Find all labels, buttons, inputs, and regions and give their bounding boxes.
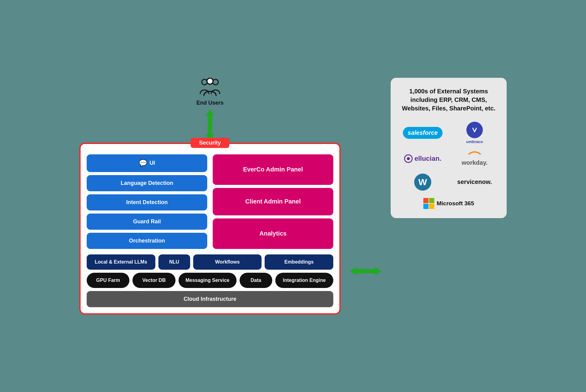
microsoft365-label: Microsoft 365: [437, 200, 474, 207]
left-section: End Users Security 💬 UI Language Detec: [79, 78, 341, 315]
embeddings-button: Embeddings: [265, 254, 333, 270]
ui-button: 💬 UI: [87, 154, 207, 172]
client-admin-button: Client Admin Panel: [213, 188, 333, 215]
umbraco-label: umbraco: [466, 139, 483, 144]
arrow-head-right: [375, 267, 382, 275]
left-column: 💬 UI Language Detection Intent Detection…: [87, 154, 207, 249]
gpu-farm-button: GPU Farm: [87, 273, 129, 288]
bidirectional-arrow: [206, 109, 214, 141]
umbraco-circle: [466, 122, 483, 138]
wordpress-circle: W: [414, 174, 431, 191]
horizontal-bidirectional-arrow: [350, 267, 382, 275]
messaging-service-button: Messaging Service: [179, 273, 237, 288]
arrow-shaft-horizontal: [356, 269, 375, 273]
everco-admin-button: EverCo Admin Panel: [213, 154, 333, 185]
data-button: Data: [240, 273, 272, 288]
nlu-button: NLU: [158, 254, 190, 270]
ms-sq-blue: [423, 204, 429, 209]
svg-point-0: [202, 79, 207, 85]
cloud-infrastructure-button: Cloud Infrastructure: [87, 291, 333, 307]
ellucian-badge: ellucian.: [404, 154, 441, 163]
ms-sq-red: [423, 198, 429, 203]
vector-db-button: Vector DB: [132, 273, 175, 288]
workday-label: workday.: [461, 159, 487, 166]
arrow-up-head: [206, 109, 214, 116]
microsoft365-logo: Microsoft 365: [423, 198, 474, 209]
umbraco-logo: umbraco: [466, 122, 483, 144]
salesforce-badge: salesforce: [403, 127, 443, 139]
external-systems-panel: 1,000s of External Systems including ERP…: [391, 78, 507, 218]
ellucian-logo: ellucian.: [404, 154, 441, 163]
end-users-label: End Users: [196, 100, 223, 106]
arrow-shaft: [208, 116, 212, 134]
workday-logo: workday.: [461, 151, 487, 166]
ellucian-circle-icon: [404, 154, 413, 163]
llms-button: Local & External LLMs: [87, 254, 155, 270]
svg-point-2: [207, 78, 213, 84]
workflows-button: Workflows: [193, 254, 262, 270]
orchestration-button: Orchestration: [87, 233, 207, 249]
end-users-block: End Users: [196, 78, 223, 106]
chat-icon: 💬: [139, 159, 147, 167]
wordpress-logo: W: [414, 174, 431, 191]
main-container: End Users Security 💬 UI Language Detec: [79, 78, 507, 315]
intent-detection-button: Intent Detection: [87, 194, 207, 210]
top-panels: 💬 UI Language Detection Intent Detection…: [87, 154, 333, 249]
servicenow-label: servicenow.: [457, 178, 492, 185]
integration-engine-button: Integration Engine: [275, 273, 333, 288]
microsoft-squares-icon: [423, 198, 434, 209]
right-column: EverCo Admin Panel Client Admin Panel An…: [213, 154, 333, 249]
arrow-head-left: [350, 267, 356, 275]
security-badge: Security: [190, 138, 229, 148]
external-systems-title: 1,000s of External Systems including ERP…: [399, 87, 498, 113]
bottom-rows-wrapper: GPU Farm Vector DB Messaging Service Dat…: [87, 273, 333, 307]
svg-point-3: [470, 126, 479, 134]
salesforce-logo: salesforce: [403, 127, 443, 139]
guard-rail-button: Guard Rail: [87, 214, 207, 230]
ms-sq-yellow: [429, 204, 434, 209]
logos-grid: salesforce umbraco ellucian.: [399, 122, 498, 209]
language-detection-button: Language Detection: [87, 175, 207, 191]
middle-row: Local & External LLMs NLU Workflows Embe…: [87, 254, 333, 270]
end-users-icon: [199, 78, 221, 99]
bottom-row: GPU Farm Vector DB Messaging Service Dat…: [87, 273, 333, 288]
ms-sq-green: [429, 198, 434, 203]
architecture-box: Security 💬 UI Language Detection Intent …: [79, 143, 341, 315]
analytics-button: Analytics: [213, 218, 333, 249]
horizontal-arrow-container: [350, 267, 382, 275]
svg-point-1: [213, 79, 218, 85]
servicenow-logo: servicenow.: [457, 178, 492, 185]
ellucian-text: ellucian.: [414, 155, 441, 163]
